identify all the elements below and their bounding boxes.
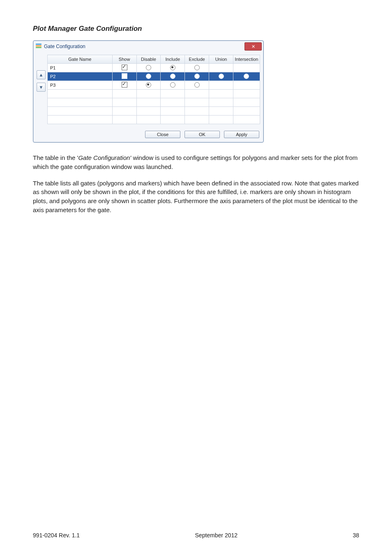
table-row[interactable]: P2 xyxy=(48,72,260,81)
text-emphasis: Gate Configuration' xyxy=(78,154,131,161)
dialog-button-row: Close OK Apply xyxy=(33,128,263,142)
radio-exclude[interactable] xyxy=(194,65,200,70)
cell-gate-name: P1 xyxy=(48,64,113,72)
cell-gate-name: P2 xyxy=(48,72,113,81)
radio-exclude[interactable] xyxy=(194,82,200,88)
radio-union[interactable] xyxy=(219,74,224,79)
footer-center: September 2012 xyxy=(195,532,238,539)
checkbox-show[interactable] xyxy=(122,82,127,88)
radio-exclude[interactable] xyxy=(194,74,200,79)
radio-disable[interactable] xyxy=(146,65,151,70)
section-heading: Plot Manager Gate Configuration xyxy=(33,25,359,33)
move-down-button[interactable]: ▼ xyxy=(37,83,46,92)
table-row xyxy=(48,116,260,124)
apply-button[interactable]: Apply xyxy=(224,131,259,138)
col-disable[interactable]: Disable xyxy=(136,55,161,64)
ok-button[interactable]: OK xyxy=(184,131,220,138)
radio-intersection[interactable] xyxy=(244,74,249,79)
radio-disable[interactable] xyxy=(146,82,151,88)
window-sidebar: ▲ ▼ xyxy=(37,55,46,124)
gate-table[interactable]: Gate Name Show Disable Include Exclude U… xyxy=(47,55,260,124)
body-paragraph: The table in the 'Gate Configuration' wi… xyxy=(33,153,359,171)
chevron-down-icon: ▼ xyxy=(39,85,44,90)
close-icon: ✕ xyxy=(251,44,255,49)
radio-disable[interactable] xyxy=(146,74,151,79)
radio-include[interactable] xyxy=(170,65,175,70)
window-title: Gate Configuration xyxy=(44,44,85,49)
table-header-row: Gate Name Show Disable Include Exclude U… xyxy=(48,55,260,64)
col-union[interactable]: Union xyxy=(209,55,233,64)
window-titlebar: Gate Configuration ✕ xyxy=(33,41,263,52)
col-include[interactable]: Include xyxy=(161,55,185,64)
chevron-up-icon: ▲ xyxy=(39,72,44,77)
move-up-button[interactable]: ▲ xyxy=(37,70,46,79)
radio-include[interactable] xyxy=(170,74,175,79)
body-paragraph: The table lists all gates (polygons and … xyxy=(33,179,359,215)
col-exclude[interactable]: Exclude xyxy=(185,55,209,64)
radio-include[interactable] xyxy=(170,82,175,88)
cell-gate-name: P3 xyxy=(48,81,113,90)
table-row xyxy=(48,107,260,116)
footer-left: 991-0204 Rev. 1.1 xyxy=(33,532,80,539)
col-intersection[interactable]: Intersection xyxy=(233,55,260,64)
gate-config-window: Gate Configuration ✕ ▲ ▼ xyxy=(33,40,264,143)
checkbox-show[interactable] xyxy=(122,73,127,79)
table-row xyxy=(48,98,260,107)
text-span: The table in the ' xyxy=(33,154,78,161)
table-row xyxy=(48,90,260,98)
table-row[interactable]: P1 xyxy=(48,64,260,72)
window-close-button[interactable]: ✕ xyxy=(244,42,262,51)
page-footer: 991-0204 Rev. 1.1 September 2012 38 xyxy=(33,532,359,539)
col-show[interactable]: Show xyxy=(112,55,136,64)
col-gate-name[interactable]: Gate Name xyxy=(48,55,113,64)
table-row[interactable]: P3 xyxy=(48,81,260,90)
footer-right: 38 xyxy=(353,532,359,539)
app-icon xyxy=(36,44,42,49)
checkbox-show[interactable] xyxy=(122,65,127,70)
close-button[interactable]: Close xyxy=(145,131,180,138)
